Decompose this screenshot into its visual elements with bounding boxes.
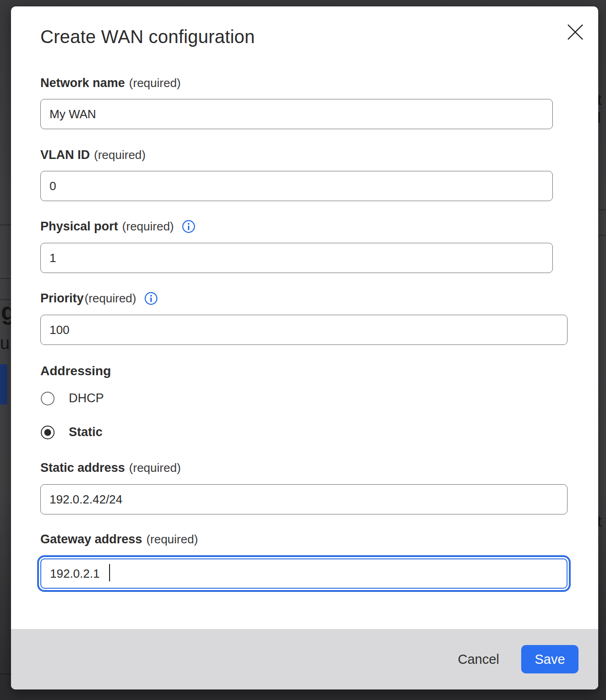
required-hint: (required) [85, 291, 137, 306]
radio-selected-icon[interactable] [41, 426, 55, 439]
required-hint: (required) [129, 461, 181, 475]
close-icon [567, 23, 584, 41]
background-divider [0, 224, 11, 225]
dialog-title: Create WAN configuration [40, 27, 255, 47]
background-text-fragment: u [0, 334, 10, 353]
field-label: Static address [40, 461, 125, 475]
priority-input[interactable] [40, 315, 567, 345]
text-cursor [109, 564, 110, 581]
info-icon[interactable] [182, 220, 195, 233]
field-label: VLAN ID [40, 148, 90, 162]
vlan-id-label: VLAN ID (required) [40, 148, 146, 162]
static-address-label: Static address (required) [40, 461, 181, 475]
create-wan-configuration-dialog: Create WAN configuration Network name (r… [11, 6, 598, 689]
physical-port-label: Physical port (required) [40, 219, 195, 234]
network-name-label: Network name (required) [40, 76, 181, 90]
field-label: Priority [40, 291, 84, 306]
required-hint: (required) [122, 219, 174, 234]
field-label: Gateway address [40, 532, 142, 547]
required-hint: (required) [129, 76, 181, 90]
radio-unselected-icon[interactable] [41, 392, 55, 405]
required-hint: (required) [94, 148, 146, 162]
cancel-button[interactable]: Cancel [449, 647, 508, 672]
gateway-address-input[interactable] [40, 558, 567, 589]
radio-label: Static [69, 425, 103, 439]
dialog-footer: Cancel Save [11, 629, 598, 689]
addressing-heading: Addressing [40, 364, 111, 378]
network-name-input[interactable] [40, 99, 553, 129]
radio-label: DHCP [69, 391, 104, 405]
save-button[interactable]: Save [521, 645, 578, 673]
close-button[interactable] [564, 21, 586, 43]
background-divider [0, 673, 11, 674]
info-icon[interactable] [144, 292, 158, 305]
required-hint: (required) [146, 532, 198, 547]
priority-label: Priority (required) [40, 291, 158, 306]
static-address-input[interactable] [40, 484, 567, 514]
gateway-address-label: Gateway address (required) [40, 532, 198, 547]
background-text-fragment: t l [597, 91, 606, 126]
radio-option-dhcp[interactable]: DHCP [41, 391, 104, 405]
background-divider [0, 278, 11, 279]
background-button-fragment [0, 364, 7, 405]
radio-option-static[interactable]: Static [41, 425, 103, 439]
physical-port-input[interactable] [40, 243, 553, 273]
background-divider [0, 299, 11, 300]
vlan-id-input[interactable] [40, 171, 553, 201]
field-label: Network name [40, 76, 125, 90]
field-label: Physical port [40, 219, 118, 234]
